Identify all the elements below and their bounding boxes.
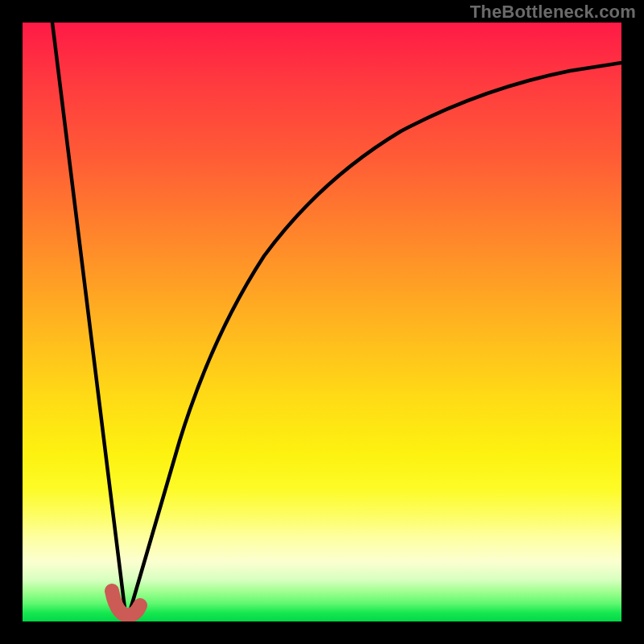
- left-descent-line: [52, 23, 126, 615]
- curve-layer: [23, 23, 621, 621]
- plot-area: [23, 23, 621, 621]
- watermark-text: TheBottleneck.com: [470, 2, 636, 23]
- chart-frame: TheBottleneck.com: [0, 0, 644, 644]
- right-rising-curve: [129, 63, 621, 615]
